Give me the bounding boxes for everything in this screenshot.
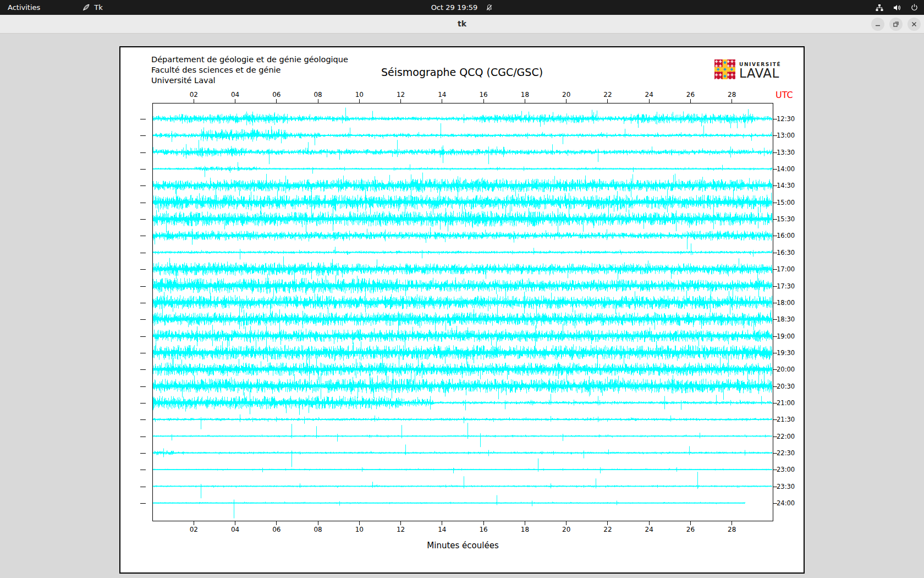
- x-tick-top: [525, 99, 525, 103]
- x-tick-top: [318, 99, 318, 103]
- close-button[interactable]: [908, 18, 921, 31]
- trace-time-label: 20:00: [777, 366, 795, 373]
- header-line-1: Département de géologie et de génie géol…: [151, 54, 348, 65]
- trace-tick-left: [140, 169, 146, 170]
- x-tick-bottom: [649, 521, 650, 525]
- trace-time-label: 16:00: [777, 232, 795, 239]
- x-tick-top: [690, 99, 691, 103]
- trace-time-label: 14:00: [777, 165, 795, 173]
- x-tick-top: [607, 99, 608, 103]
- x-tick-label-top: 12: [393, 91, 409, 99]
- network-icon: [875, 3, 884, 12]
- x-tick-bottom: [607, 521, 608, 525]
- x-tick-label-top: 14: [434, 91, 450, 99]
- trace-tick-left: [140, 453, 146, 454]
- x-tick-label-top: 08: [310, 91, 326, 99]
- x-tick-bottom: [525, 521, 525, 525]
- trace-tick-left: [140, 369, 146, 370]
- x-tick-top: [649, 99, 650, 103]
- trace-time-label: 22:00: [777, 433, 795, 440]
- trace-time-label: 17:00: [777, 265, 795, 273]
- trace-time-label: 13:30: [777, 149, 795, 156]
- trace-tick-left: [140, 303, 146, 303]
- x-tick-label-top: 28: [724, 91, 740, 99]
- activities-label: Activities: [8, 3, 40, 12]
- seismogram-traces: [153, 103, 772, 520]
- laval-crest-icon: [714, 59, 735, 81]
- x-tick-bottom: [483, 521, 484, 525]
- volume-icon: [893, 3, 901, 12]
- system-status-area[interactable]: [875, 0, 919, 15]
- x-tick-label-bottom: 08: [310, 526, 326, 533]
- trace-time-label: 12:30: [777, 115, 795, 123]
- x-tick-top: [442, 99, 442, 103]
- app-menu-label: Tk: [94, 3, 102, 12]
- laval-logo: UNIVERSITÉ LAVAL: [714, 59, 781, 81]
- x-tick-top: [400, 99, 401, 103]
- trace-tick-left: [140, 119, 146, 119]
- x-tick-bottom: [276, 521, 277, 525]
- trace-tick-left: [140, 419, 146, 420]
- x-tick-label-top: 10: [351, 91, 367, 99]
- trace-time-label: 24:00: [777, 499, 795, 507]
- trace-time-label: 23:00: [777, 466, 795, 473]
- window-title: tk: [0, 15, 924, 34]
- seismograph-canvas: Département de géologie et de génie géol…: [119, 46, 805, 574]
- trace-time-label: 15:30: [777, 215, 795, 223]
- x-tick-label-top: 04: [227, 91, 244, 99]
- x-tick-top: [235, 99, 235, 103]
- trace-time-label: 21:00: [777, 399, 795, 407]
- trace-tick-left: [140, 135, 146, 136]
- app-menu[interactable]: Tk: [74, 0, 110, 15]
- clock-menu[interactable]: Oct 29 19:59: [431, 0, 493, 15]
- trace-time-label: 19:30: [777, 349, 795, 357]
- tk-feather-icon: [82, 3, 90, 12]
- x-tick-top: [194, 99, 194, 103]
- trace-tick-left: [140, 253, 146, 253]
- trace-time-label: 22:30: [777, 449, 795, 457]
- desktop: Activities Tk Oct 29 19:59: [0, 0, 924, 578]
- trace-tick-left: [140, 269, 146, 270]
- x-tick-label-bottom: 20: [558, 526, 575, 533]
- x-tick-top: [359, 99, 360, 103]
- x-tick-bottom: [318, 521, 318, 525]
- x-tick-label-bottom: 26: [682, 526, 698, 533]
- x-tick-label-top: 24: [641, 91, 657, 99]
- x-tick-label-bottom: 12: [393, 526, 409, 533]
- trace-tick-left: [140, 319, 146, 320]
- trace-time-label: 16:30: [777, 249, 795, 257]
- power-icon: [910, 3, 919, 12]
- trace-time-label: 17:30: [777, 282, 795, 290]
- x-tick-label-top: 18: [516, 91, 533, 99]
- clock-label: Oct 29 19:59: [431, 3, 478, 12]
- activities-button[interactable]: Activities: [0, 0, 48, 15]
- x-tick-label-bottom: 16: [475, 526, 492, 533]
- x-tick-label-top: 06: [268, 91, 285, 99]
- trace-time-label: 13:00: [777, 132, 795, 139]
- x-tick-label-bottom: 18: [516, 526, 533, 533]
- x-tick-label-bottom: 28: [724, 526, 740, 533]
- x-tick-label-top: 16: [475, 91, 492, 99]
- trace-time-label: 19:00: [777, 332, 795, 340]
- x-tick-top: [276, 99, 277, 103]
- x-tick-label-top: 26: [682, 91, 698, 99]
- x-tick-bottom: [732, 521, 732, 525]
- trace-time-label: 14:30: [777, 182, 795, 189]
- plot-frame: [152, 103, 773, 521]
- trace-time-label: 23:30: [777, 483, 795, 490]
- trace-time-label: 15:00: [777, 199, 795, 206]
- trace-tick-left: [140, 386, 146, 387]
- x-tick-bottom: [566, 521, 566, 525]
- x-tick-label-bottom: 14: [434, 526, 450, 533]
- x-axis-title: Minutes écoulées: [152, 541, 773, 550]
- maximize-button[interactable]: [889, 18, 903, 31]
- trace-tick-left: [140, 503, 146, 504]
- x-tick-label-top: 22: [600, 91, 616, 99]
- x-tick-top: [483, 99, 484, 103]
- trace-time-label: 20:30: [777, 383, 795, 390]
- window-titlebar[interactable]: tk: [0, 15, 924, 34]
- x-tick-top: [732, 99, 732, 103]
- trace-tick-left: [140, 470, 146, 470]
- x-tick-label-bottom: 02: [185, 526, 202, 533]
- minimize-button[interactable]: [871, 18, 884, 31]
